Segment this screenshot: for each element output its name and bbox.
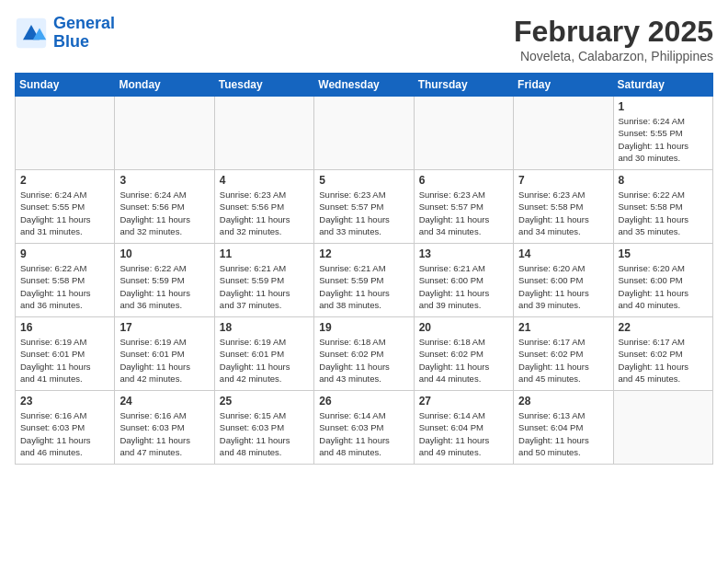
weekday-header: Thursday <box>414 74 513 97</box>
calendar-cell: 8Sunrise: 6:22 AM Sunset: 5:58 PM Daylig… <box>613 170 712 244</box>
calendar-cell: 6Sunrise: 6:23 AM Sunset: 5:57 PM Daylig… <box>414 170 513 244</box>
calendar-cell <box>16 97 115 170</box>
calendar-cell: 13Sunrise: 6:21 AM Sunset: 6:00 PM Dayli… <box>414 244 513 317</box>
day-number: 3 <box>119 174 209 187</box>
page-header: General Blue February 2025 Noveleta, Cal… <box>15 15 713 63</box>
day-info: Sunrise: 6:20 AM Sunset: 6:00 PM Dayligh… <box>518 262 608 311</box>
day-number: 18 <box>220 321 309 334</box>
calendar-cell: 19Sunrise: 6:18 AM Sunset: 6:02 PM Dayli… <box>314 317 414 391</box>
calendar-cell: 2Sunrise: 6:24 AM Sunset: 5:55 PM Daylig… <box>16 170 115 244</box>
calendar-week-row: 16Sunrise: 6:19 AM Sunset: 6:01 PM Dayli… <box>16 317 713 391</box>
day-number: 17 <box>119 321 209 334</box>
calendar-cell: 1Sunrise: 6:24 AM Sunset: 5:55 PM Daylig… <box>613 97 712 170</box>
day-info: Sunrise: 6:23 AM Sunset: 5:57 PM Dayligh… <box>419 189 508 237</box>
day-info: Sunrise: 6:22 AM Sunset: 5:59 PM Dayligh… <box>119 262 209 311</box>
weekday-header: Wednesday <box>314 74 414 97</box>
weekday-header: Monday <box>115 74 214 97</box>
calendar-cell: 20Sunrise: 6:18 AM Sunset: 6:02 PM Dayli… <box>414 317 513 391</box>
day-info: Sunrise: 6:22 AM Sunset: 5:58 PM Dayligh… <box>20 262 109 311</box>
day-number: 21 <box>518 321 608 334</box>
day-number: 4 <box>220 174 309 187</box>
weekday-header: Tuesday <box>214 74 313 97</box>
day-number: 9 <box>20 247 109 260</box>
day-info: Sunrise: 6:23 AM Sunset: 5:57 PM Dayligh… <box>319 189 408 237</box>
day-number: 24 <box>119 395 209 408</box>
day-number: 11 <box>220 247 309 260</box>
calendar-cell <box>314 97 414 170</box>
day-number: 27 <box>419 395 508 408</box>
day-info: Sunrise: 6:14 AM Sunset: 6:03 PM Dayligh… <box>319 409 408 458</box>
day-number: 10 <box>119 247 209 260</box>
day-info: Sunrise: 6:19 AM Sunset: 6:01 PM Dayligh… <box>220 336 309 385</box>
calendar-cell: 3Sunrise: 6:24 AM Sunset: 5:56 PM Daylig… <box>115 170 214 244</box>
calendar-header-row: SundayMondayTuesdayWednesdayThursdayFrid… <box>16 74 713 97</box>
calendar-cell: 22Sunrise: 6:17 AM Sunset: 6:02 PM Dayli… <box>613 317 712 391</box>
calendar-cell: 5Sunrise: 6:23 AM Sunset: 5:57 PM Daylig… <box>314 170 414 244</box>
day-info: Sunrise: 6:17 AM Sunset: 6:02 PM Dayligh… <box>619 336 708 385</box>
calendar-cell <box>613 391 712 465</box>
day-info: Sunrise: 6:20 AM Sunset: 6:00 PM Dayligh… <box>619 262 708 311</box>
day-info: Sunrise: 6:21 AM Sunset: 5:59 PM Dayligh… <box>220 262 309 311</box>
day-info: Sunrise: 6:15 AM Sunset: 6:03 PM Dayligh… <box>220 409 309 458</box>
day-info: Sunrise: 6:24 AM Sunset: 5:55 PM Dayligh… <box>619 115 708 164</box>
calendar-cell: 11Sunrise: 6:21 AM Sunset: 5:59 PM Dayli… <box>214 244 313 317</box>
day-number: 15 <box>619 247 708 260</box>
day-info: Sunrise: 6:21 AM Sunset: 6:00 PM Dayligh… <box>419 262 508 311</box>
logo-text: General Blue <box>53 15 115 52</box>
day-info: Sunrise: 6:23 AM Sunset: 5:56 PM Dayligh… <box>220 189 309 237</box>
weekday-header: Friday <box>514 74 613 97</box>
day-number: 25 <box>220 395 309 408</box>
location: Noveleta, Calabarzon, Philippines <box>514 49 713 63</box>
day-info: Sunrise: 6:21 AM Sunset: 5:59 PM Dayligh… <box>319 262 408 311</box>
calendar-week-row: 9Sunrise: 6:22 AM Sunset: 5:58 PM Daylig… <box>16 244 713 317</box>
calendar-cell: 7Sunrise: 6:23 AM Sunset: 5:58 PM Daylig… <box>514 170 613 244</box>
calendar-cell: 12Sunrise: 6:21 AM Sunset: 5:59 PM Dayli… <box>314 244 414 317</box>
day-number: 7 <box>518 174 608 187</box>
calendar-cell: 17Sunrise: 6:19 AM Sunset: 6:01 PM Dayli… <box>115 317 214 391</box>
day-info: Sunrise: 6:18 AM Sunset: 6:02 PM Dayligh… <box>419 336 508 385</box>
calendar-cell <box>214 97 313 170</box>
calendar-cell: 21Sunrise: 6:17 AM Sunset: 6:02 PM Dayli… <box>514 317 613 391</box>
calendar-cell: 28Sunrise: 6:13 AM Sunset: 6:04 PM Dayli… <box>514 391 613 465</box>
weekday-header: Saturday <box>613 74 712 97</box>
day-number: 2 <box>20 174 109 187</box>
day-number: 5 <box>319 174 408 187</box>
day-number: 28 <box>518 395 608 408</box>
day-number: 16 <box>20 321 109 334</box>
day-number: 23 <box>20 395 109 408</box>
day-number: 8 <box>619 174 708 187</box>
day-number: 14 <box>518 247 608 260</box>
day-info: Sunrise: 6:24 AM Sunset: 5:55 PM Dayligh… <box>20 189 109 237</box>
calendar-cell: 9Sunrise: 6:22 AM Sunset: 5:58 PM Daylig… <box>16 244 115 317</box>
day-info: Sunrise: 6:23 AM Sunset: 5:58 PM Dayligh… <box>518 189 608 237</box>
day-info: Sunrise: 6:19 AM Sunset: 6:01 PM Dayligh… <box>119 336 209 385</box>
day-info: Sunrise: 6:13 AM Sunset: 6:04 PM Dayligh… <box>518 409 608 458</box>
day-info: Sunrise: 6:16 AM Sunset: 6:03 PM Dayligh… <box>20 409 109 458</box>
month-year: February 2025 <box>514 15 713 49</box>
day-info: Sunrise: 6:19 AM Sunset: 6:01 PM Dayligh… <box>20 336 109 385</box>
calendar-cell: 23Sunrise: 6:16 AM Sunset: 6:03 PM Dayli… <box>16 391 115 465</box>
calendar-cell <box>115 97 214 170</box>
day-info: Sunrise: 6:24 AM Sunset: 5:56 PM Dayligh… <box>119 189 209 237</box>
day-number: 26 <box>319 395 408 408</box>
calendar-cell: 14Sunrise: 6:20 AM Sunset: 6:00 PM Dayli… <box>514 244 613 317</box>
calendar-week-row: 1Sunrise: 6:24 AM Sunset: 5:55 PM Daylig… <box>16 97 713 170</box>
day-number: 22 <box>619 321 708 334</box>
calendar-cell: 27Sunrise: 6:14 AM Sunset: 6:04 PM Dayli… <box>414 391 513 465</box>
calendar-cell: 24Sunrise: 6:16 AM Sunset: 6:03 PM Dayli… <box>115 391 214 465</box>
logo-line2: Blue <box>53 32 89 51</box>
day-number: 12 <box>319 247 408 260</box>
calendar-cell: 15Sunrise: 6:20 AM Sunset: 6:00 PM Dayli… <box>613 244 712 317</box>
weekday-header: Sunday <box>16 74 115 97</box>
day-number: 20 <box>419 321 508 334</box>
calendar-cell: 25Sunrise: 6:15 AM Sunset: 6:03 PM Dayli… <box>214 391 313 465</box>
calendar-cell: 4Sunrise: 6:23 AM Sunset: 5:56 PM Daylig… <box>214 170 313 244</box>
calendar-cell: 18Sunrise: 6:19 AM Sunset: 6:01 PM Dayli… <box>214 317 313 391</box>
calendar-cell: 16Sunrise: 6:19 AM Sunset: 6:01 PM Dayli… <box>16 317 115 391</box>
day-number: 6 <box>419 174 508 187</box>
day-info: Sunrise: 6:22 AM Sunset: 5:58 PM Dayligh… <box>619 189 708 237</box>
day-info: Sunrise: 6:17 AM Sunset: 6:02 PM Dayligh… <box>518 336 608 385</box>
calendar-table: SundayMondayTuesdayWednesdayThursdayFrid… <box>15 73 713 465</box>
day-info: Sunrise: 6:14 AM Sunset: 6:04 PM Dayligh… <box>419 409 508 458</box>
calendar-cell <box>514 97 613 170</box>
